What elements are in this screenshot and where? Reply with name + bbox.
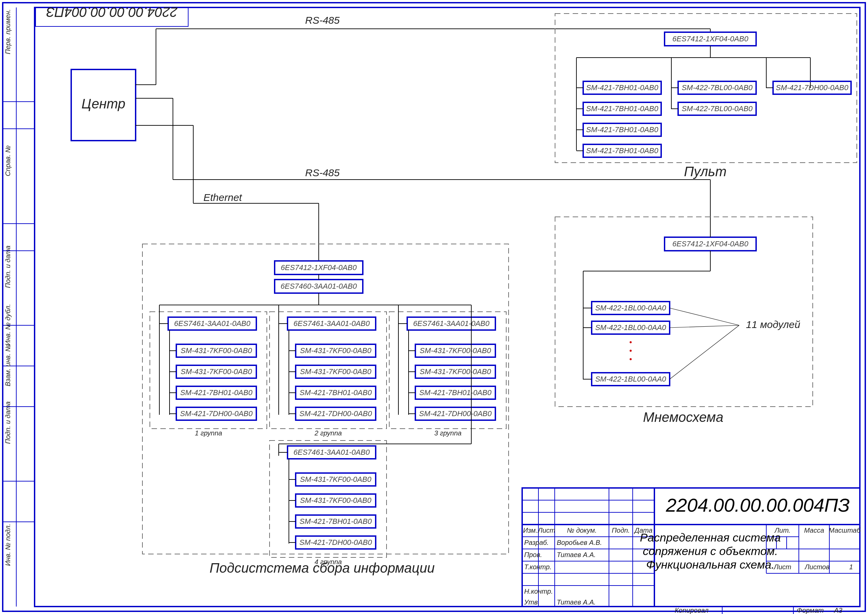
sidebar-field-4: Инв. № дубл. (4, 304, 11, 346)
svg-line-73 (670, 325, 739, 379)
svg-text:сопряжения с объектом.: сопряжения с объектом. (643, 544, 778, 557)
frame-inner (34, 8, 860, 606)
svg-text:SM-431-7KF00-0AB0: SM-431-7KF00-0AB0 (420, 367, 491, 376)
svg-text:3 группа: 3 группа (434, 429, 461, 437)
svg-text:Листов: Листов (804, 563, 830, 571)
svg-text:Масштаб: Масштаб (829, 527, 860, 534)
svg-text:А3: А3 (834, 606, 842, 614)
svg-text:№ докум.: № докум. (567, 527, 597, 534)
svg-point-69 (630, 350, 632, 352)
svg-text:Разраб.: Разраб. (524, 539, 549, 546)
svg-text:SM-422-1BL00-0AA0: SM-422-1BL00-0AA0 (595, 323, 666, 332)
svg-text:6ES7461-3AA01-0AB0: 6ES7461-3AA01-0AB0 (293, 319, 370, 328)
sidebar-field-7: Инв. № подл. (4, 524, 11, 566)
svg-point-70 (630, 358, 632, 360)
svg-text:SM-421-7DH00-0AB0: SM-421-7DH00-0AB0 (300, 409, 372, 418)
svg-text:Титаев А.А.: Титаев А.А. (557, 551, 596, 558)
svg-text:6ES7461-3AA01-0AB0: 6ES7461-3AA01-0AB0 (413, 319, 490, 328)
svg-line-72 (670, 325, 739, 328)
sidebar-field-5: Взам. инв. № (4, 344, 11, 386)
svg-text:Т.контр.: Т.контр. (524, 563, 552, 571)
svg-text:6ES7460-3AA01-0AB0: 6ES7460-3AA01-0AB0 (280, 282, 357, 290)
pult-di-col: SM-421-7BH01-0AB0 SM-421-7BH01-0AB0 SM-4… (576, 81, 661, 157)
svg-text:6ES7461-3AA01-0AB0: 6ES7461-3AA01-0AB0 (293, 448, 370, 456)
svg-text:Титаев А.А.: Титаев А.А. (557, 598, 596, 606)
svg-text:Н.контр.: Н.контр. (524, 588, 553, 595)
svg-text:Воробьев А.В.: Воробьев А.В. (557, 539, 602, 546)
svg-text:SM-431-7KF00-0AB0: SM-431-7KF00-0AB0 (181, 367, 252, 376)
diagram-svg: Перв. примен. Справ. № Подп. и дата Инв.… (0, 0, 868, 614)
svg-text:SM-421-7DH00-0AB0: SM-421-7DH00-0AB0 (419, 409, 492, 418)
svg-text:SM-421-7BH01-0AB0: SM-421-7BH01-0AB0 (586, 104, 659, 113)
svg-text:2 группа: 2 группа (314, 429, 342, 437)
sidebar-field-6: Подп. и дата (4, 402, 11, 444)
svg-text:1: 1 (849, 563, 853, 571)
svg-text:SM-422-7BL00-0AB0: SM-422-7BL00-0AB0 (682, 104, 753, 113)
modules-note: 11 модулей (746, 319, 800, 330)
svg-text:Копировал: Копировал (675, 606, 709, 614)
svg-text:SM-422-1BL00-0AA0: SM-422-1BL00-0AA0 (595, 304, 666, 312)
svg-text:6ES7412-1XF04-0AB0: 6ES7412-1XF04-0AB0 (672, 240, 748, 248)
svg-text:SM-421-7BH01-0AB0: SM-421-7BH01-0AB0 (300, 517, 372, 526)
svg-text:Подп.: Подп. (612, 527, 630, 534)
svg-text:SM-421-7BH01-0AB0: SM-421-7BH01-0AB0 (586, 126, 659, 134)
svg-text:SM-422-7BL00-0AB0: SM-422-7BL00-0AB0 (682, 83, 753, 92)
svg-text:SM-421-7BH01-0AB0: SM-421-7BH01-0AB0 (419, 388, 492, 397)
svg-text:4 группа: 4 группа (315, 558, 342, 566)
svg-text:6ES7412-1XF04-0AB0: 6ES7412-1XF04-0AB0 (672, 34, 748, 43)
rs485-top-label: RS-485 (305, 15, 340, 26)
mnemo-title: Мнемосхема (643, 410, 724, 425)
svg-text:1 группа: 1 группа (195, 429, 222, 437)
sidebar-field-1: Перв. примен. (4, 9, 11, 54)
doc-number-main: 2204.00.00.00.004ПЗ (666, 495, 850, 516)
svg-text:SM-421-7BH01-0AB0: SM-421-7BH01-0AB0 (300, 388, 372, 397)
rs485-bottom-label: RS-485 (305, 167, 340, 178)
svg-text:Формат: Формат (797, 606, 824, 614)
pult-title: Пульт (684, 164, 726, 179)
svg-text:SM-431-7KF00-0AB0: SM-431-7KF00-0AB0 (300, 367, 372, 376)
ethernet-label: Ethernet (203, 192, 242, 203)
svg-text:SM-421-7BH01-0AB0: SM-421-7BH01-0AB0 (586, 83, 659, 92)
svg-text:Распределенная система: Распределенная система (640, 531, 781, 544)
svg-text:Лист: Лист (537, 527, 555, 534)
svg-text:SM-431-7KF00-0AB0: SM-431-7KF00-0AB0 (420, 346, 491, 355)
svg-text:SM-421-7DH00-0AB0: SM-421-7DH00-0AB0 (180, 409, 253, 418)
svg-text:SM-421-7DH00-0AB0: SM-421-7DH00-0AB0 (300, 538, 372, 547)
svg-text:SM-431-7KF00-0AB0: SM-431-7KF00-0AB0 (300, 475, 372, 484)
svg-text:6ES7412-1XF04-0AB0: 6ES7412-1XF04-0AB0 (281, 263, 357, 272)
svg-text:Лист: Лист (773, 563, 791, 571)
svg-text:Изм.: Изм. (523, 527, 538, 534)
svg-text:SM-431-7KF00-0AB0: SM-431-7KF00-0AB0 (300, 346, 372, 355)
svg-text:SM-421-7BH01-0AB0: SM-421-7BH01-0AB0 (180, 388, 253, 397)
svg-text:SM-431-7KF00-0AB0: SM-431-7KF00-0AB0 (181, 346, 252, 355)
doc-number-top: 2204.00.00.00.004ПЗ (46, 5, 178, 20)
svg-text:SM-421-7DH00-0AB0: SM-421-7DH00-0AB0 (776, 83, 849, 92)
svg-line-71 (670, 308, 739, 325)
svg-text:Масса: Масса (804, 527, 824, 534)
svg-text:SM-422-1BL00-0AA0: SM-422-1BL00-0AA0 (595, 375, 666, 383)
svg-text:SM-421-7BH01-0AB0: SM-421-7BH01-0AB0 (586, 146, 659, 155)
svg-text:Пров.: Пров. (524, 551, 542, 558)
svg-text:6ES7461-3AA01-0AB0: 6ES7461-3AA01-0AB0 (174, 319, 251, 328)
sidebar-field-3: Подп. и дата (4, 246, 11, 288)
svg-text:Утв.: Утв. (524, 598, 539, 606)
sidebar-field-2: Справ. № (4, 145, 11, 176)
svg-text:Лит.: Лит. (774, 527, 791, 534)
svg-text:SM-431-7KF00-0AB0: SM-431-7KF00-0AB0 (300, 496, 372, 505)
svg-text:Функциональная схема.: Функциональная схема. (646, 558, 775, 571)
center-label: Центр (81, 96, 125, 111)
svg-point-68 (630, 341, 632, 343)
